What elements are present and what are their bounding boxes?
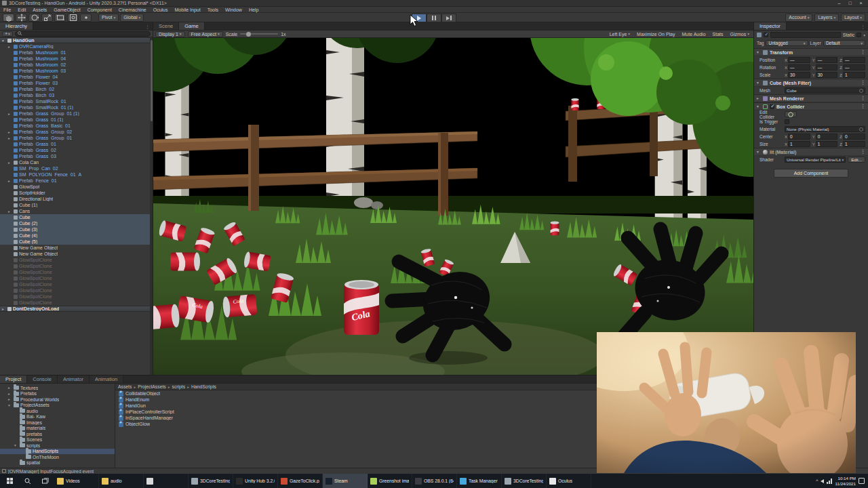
hierarchy-row[interactable]: Prefab_Grass_01 (1) <box>0 117 153 123</box>
expand-arrow-icon[interactable]: ▾ <box>8 403 12 407</box>
start-button[interactable] <box>0 474 19 488</box>
taskbar-app-button[interactable]: GazeToClick.pptx -... <box>278 474 323 488</box>
expand-arrow-icon[interactable]: ▸ <box>8 136 12 140</box>
y-field[interactable]: 0 <box>816 134 838 140</box>
taskbar-app-button[interactable]: Videos <box>54 474 99 488</box>
menu-item[interactable]: File <box>0 7 14 12</box>
create-object-button[interactable]: +▾ <box>2 31 13 37</box>
scale-slider[interactable] <box>240 33 278 35</box>
expand-arrow-icon[interactable]: ▸ <box>8 130 12 134</box>
hierarchy-row[interactable]: Prefab_Mushroom_03 <box>0 68 153 74</box>
folder-row[interactable]: audio <box>0 408 115 414</box>
hierarchy-row[interactable]: ▸ Prefab_Grass_Group_02 <box>0 129 153 135</box>
taskbar-search-button[interactable] <box>19 474 37 488</box>
maximize-button[interactable]: □ <box>845 1 855 5</box>
scale-tool-button[interactable] <box>41 14 53 22</box>
layers-dropdown-button[interactable]: Layers▾ <box>814 14 839 22</box>
hierarchy-row[interactable]: GlowSpotClone <box>0 269 153 275</box>
hierarchy-row[interactable]: ▾ HandGun <box>0 37 153 43</box>
hierarchy-row[interactable]: Prefab_Grass_03 <box>0 153 153 159</box>
menu-item[interactable]: Component <box>84 7 115 12</box>
folder-row[interactable]: HandScripts <box>0 449 115 455</box>
hierarchy-row[interactable]: Prefab_SmallRock_01 (1) <box>0 104 153 110</box>
hierarchy-row[interactable]: Prefab_Mushroom_01 <box>0 49 153 56</box>
folder-row[interactable]: ▸ Textures <box>0 385 115 391</box>
panel-menu-icon[interactable]: ⋮ <box>142 24 153 30</box>
tab-hierarchy[interactable]: Hierarchy <box>0 22 33 30</box>
folder-row[interactable]: Scenes <box>0 437 115 443</box>
object-name-field[interactable] <box>770 32 841 38</box>
hierarchy-row[interactable]: ▸ Prefab_Fence_01 <box>0 178 153 184</box>
hierarchy-row[interactable]: Prefab_Grass_Basic_01 <box>0 123 153 129</box>
tag-dropdown[interactable]: Untagged▾ <box>766 40 808 46</box>
hierarchy-row[interactable]: GlowSpotClone <box>0 281 153 287</box>
hierarchy-row[interactable]: Directional Light <box>0 196 153 202</box>
object-picker-icon[interactable] <box>859 89 863 93</box>
y-field[interactable]: — <box>816 57 838 63</box>
layer-dropdown[interactable]: Default▾ <box>823 40 865 46</box>
x-field[interactable]: — <box>788 64 810 70</box>
hierarchy-row[interactable]: Prefab_Grass_02 <box>0 147 153 153</box>
expand-arrow-icon[interactable]: ▸ <box>8 112 12 116</box>
hierarchy-row[interactable]: Cube (2) <box>0 220 153 226</box>
expand-arrow-icon[interactable]: ▸ <box>8 209 12 214</box>
hierarchy-row[interactable]: Prefab_SmallRock_01 <box>0 98 153 104</box>
mesh-object-field[interactable]: Cube <box>785 87 865 94</box>
edit-collider-button[interactable] <box>785 111 797 117</box>
is-trigger-checkbox[interactable] <box>785 119 789 124</box>
folder-row[interactable]: materials <box>0 426 115 432</box>
menu-item[interactable]: Assets <box>29 7 50 12</box>
x-field[interactable]: — <box>788 57 810 63</box>
display-dropdown[interactable]: Display 1▾ <box>155 31 185 37</box>
tab-project[interactable]: Project <box>0 375 27 383</box>
folder-row[interactable]: prefabs <box>0 431 115 437</box>
breadcrumb-item[interactable]: scripts▸ <box>172 384 189 389</box>
hierarchy-row[interactable]: GlowSpotClone <box>0 263 153 269</box>
expand-arrow-icon[interactable]: ▸ <box>8 386 12 390</box>
stats-toggle[interactable]: Stats <box>711 31 726 37</box>
hierarchy-row[interactable]: ▸ DontDestroyOnLoad <box>0 306 153 312</box>
pivot-toggle-button[interactable]: Pivot▾ <box>98 14 119 22</box>
tab-game[interactable]: Game <box>179 22 204 30</box>
action-center-icon[interactable] <box>859 478 865 484</box>
hierarchy-row[interactable]: Cube <box>0 214 153 220</box>
component-menu-icon[interactable]: ⋮ <box>861 49 865 55</box>
taskbar-app-button[interactable]: Greenshot image e... <box>368 474 412 488</box>
volume-icon[interactable] <box>821 479 824 483</box>
taskbar-app-button[interactable]: 3DCoreTesting - He... <box>502 474 547 488</box>
object-picker-icon[interactable] <box>859 127 863 131</box>
account-dropdown-button[interactable]: Account▾ <box>785 14 812 22</box>
expand-arrow-icon[interactable]: ▸ <box>8 161 12 165</box>
hierarchy-row[interactable]: GlowSpot <box>0 184 153 190</box>
taskbar-app-button[interactable]: Oculus <box>547 474 591 488</box>
y-field[interactable]: 1 <box>816 141 838 147</box>
taskbar-app-button[interactable] <box>144 474 189 488</box>
hierarchy-row[interactable]: ScriptHolder <box>0 190 153 196</box>
minimize-button[interactable]: – <box>834 1 844 5</box>
transform-tool-button[interactable] <box>67 14 79 22</box>
y-field[interactable]: 30 <box>816 72 838 78</box>
rect-tool-button[interactable] <box>54 14 66 22</box>
shader-edit-button[interactable]: Edit... <box>848 157 865 163</box>
breadcrumb-item[interactable]: Assets▸ <box>118 384 136 389</box>
z-field[interactable]: — <box>843 57 865 63</box>
shader-dropdown[interactable]: Universal Render Pipeline/Lit▾ <box>785 157 846 163</box>
expand-arrow-icon[interactable]: ▸ <box>8 45 12 49</box>
hierarchy-row[interactable]: Cube (1) <box>0 202 153 208</box>
rotate-tool-button[interactable] <box>28 14 40 22</box>
tab-animation[interactable]: Animation <box>90 375 123 383</box>
taskbar-clock[interactable]: 10:14 PM 11/24/2021 <box>835 476 856 485</box>
transform-section-header[interactable]: ▾ Transform ⋮ <box>754 48 868 56</box>
breadcrumb-item[interactable]: HandScripts▸ <box>191 384 216 389</box>
menu-item[interactable]: Cinemachine <box>115 7 150 12</box>
collider-enabled-checkbox[interactable] <box>770 104 774 109</box>
component-menu-icon[interactable]: ⋮ <box>861 149 865 155</box>
x-field[interactable]: 0 <box>788 134 810 140</box>
expand-arrow-icon[interactable]: ▸ <box>8 179 12 183</box>
menu-item[interactable]: Edit <box>14 7 29 12</box>
hierarchy-row[interactable]: ▸ Cans <box>0 208 153 214</box>
component-menu-icon[interactable]: ⋮ <box>861 104 865 109</box>
mesh-renderer-section-header[interactable]: ▸ Mesh Renderer⋮ <box>754 94 868 102</box>
hierarchy-row[interactable]: New Game Object <box>0 245 153 251</box>
expand-arrow-icon[interactable]: ▸ <box>8 397 12 401</box>
